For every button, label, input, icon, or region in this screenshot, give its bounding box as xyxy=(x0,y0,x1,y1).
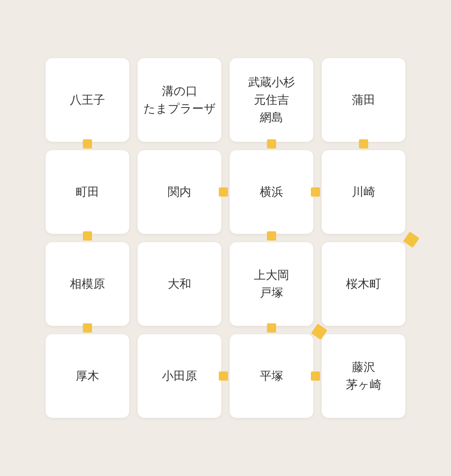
cell-kannai[interactable]: 関内 xyxy=(133,146,226,238)
card-kamata[interactable]: 蒲田 xyxy=(322,58,405,142)
label-sagamihara: 相模原 xyxy=(70,275,105,293)
card-fujisawa[interactable]: 藤沢茅ヶ崎 xyxy=(322,334,405,418)
connector-odawara-right xyxy=(219,371,228,381)
card-machida[interactable]: 町田 xyxy=(46,150,129,234)
card-kannai[interactable]: 関内 xyxy=(138,150,221,234)
label-musashi: 武蔵小杉元住吉網島 xyxy=(248,74,295,126)
cell-fujisawa[interactable]: 藤沢茅ヶ崎 xyxy=(318,330,410,422)
connector-hiratsuka-right xyxy=(311,371,320,381)
connector-hachioji-bottom xyxy=(83,139,92,148)
label-sakuragicho: 桜木町 xyxy=(346,275,381,293)
card-hachioji[interactable]: 八王子 xyxy=(46,58,129,142)
cell-hiratsuka[interactable]: 平塚 xyxy=(226,330,318,422)
cell-kamata[interactable]: 蒲田 xyxy=(318,54,410,146)
cell-mizo-tama[interactable]: 溝の口たまプラーザ xyxy=(133,54,226,146)
card-sakuragicho[interactable]: 桜木町 xyxy=(322,242,405,326)
cell-musashi[interactable]: 武蔵小杉元住吉網島 xyxy=(226,54,318,146)
label-odawara: 小田原 xyxy=(162,367,197,385)
card-sagamihara[interactable]: 相模原 xyxy=(46,242,129,326)
cell-yamato[interactable]: 大和 xyxy=(133,238,226,330)
card-mizo-tama[interactable]: 溝の口たまプラーザ xyxy=(138,58,221,142)
label-kawasaki: 川崎 xyxy=(352,183,375,201)
connector-kannai-right xyxy=(219,187,228,197)
cell-yokohama[interactable]: 横浜 xyxy=(226,146,318,238)
label-hiratsuka: 平塚 xyxy=(260,367,283,385)
label-kamata: 蒲田 xyxy=(352,91,375,109)
cell-atsugi[interactable]: 厚木 xyxy=(41,330,133,422)
cell-kamiooka[interactable]: 上大岡戸塚 xyxy=(226,238,318,330)
card-musashi[interactable]: 武蔵小杉元住吉網島 xyxy=(230,58,313,142)
label-fujisawa: 藤沢茅ヶ崎 xyxy=(346,358,382,394)
card-yokohama[interactable]: 横浜 xyxy=(230,150,313,234)
connector-kamiooka-bottom xyxy=(267,323,276,333)
label-atsugi: 厚木 xyxy=(76,367,99,385)
card-kawasaki[interactable]: 川崎 xyxy=(322,150,405,234)
station-grid: 八王子 溝の口たまプラーザ 武蔵小杉元住吉網島 蒲田 町田 関内 xyxy=(41,54,410,422)
card-odawara[interactable]: 小田原 xyxy=(138,334,221,418)
label-yamato: 大和 xyxy=(168,275,191,293)
label-yokohama: 横浜 xyxy=(260,183,283,201)
cell-kawasaki[interactable]: 川崎 xyxy=(318,146,410,238)
card-hiratsuka[interactable]: 平塚 xyxy=(230,334,313,418)
connector-yokohama-right xyxy=(311,187,320,197)
label-kamiooka: 上大岡戸塚 xyxy=(254,266,289,302)
cell-machida[interactable]: 町田 xyxy=(41,146,133,238)
label-hachioji: 八王子 xyxy=(70,91,105,109)
connector-yokohama-bottom xyxy=(267,231,276,241)
label-machida: 町田 xyxy=(76,183,99,201)
card-yamato[interactable]: 大和 xyxy=(138,242,221,326)
connector-sagamihara-bottom xyxy=(83,323,92,333)
cell-odawara[interactable]: 小田原 xyxy=(133,330,226,422)
label-kannai: 関内 xyxy=(168,183,191,201)
card-kamiooka[interactable]: 上大岡戸塚 xyxy=(230,242,313,326)
cell-hachioji[interactable]: 八王子 xyxy=(41,54,133,146)
cell-sakuragicho[interactable]: 桜木町 xyxy=(318,238,410,330)
label-mizo-tama: 溝の口たまプラーザ xyxy=(144,82,216,118)
card-atsugi[interactable]: 厚木 xyxy=(46,334,129,418)
cell-sagamihara[interactable]: 相模原 xyxy=(41,238,133,330)
connector-machida-bottom xyxy=(83,231,92,241)
connector-musashi-bottom xyxy=(267,139,276,148)
connector-kamata-bottom xyxy=(359,139,368,148)
